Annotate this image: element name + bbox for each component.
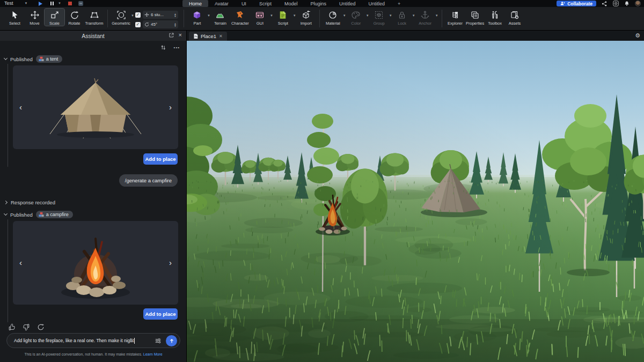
script-dropdown-icon[interactable]: ▼ <box>293 9 296 17</box>
asset-chip-tent[interactable]: a tent <box>36 55 63 63</box>
menu-tab-untitled-2[interactable]: Untitled <box>362 0 391 7</box>
script-button[interactable]: Script <box>273 9 293 26</box>
group-button: Group <box>369 9 389 26</box>
import-button[interactable]: Import <box>296 9 316 26</box>
assets-button[interactable]: Assets <box>505 9 525 26</box>
3d-scene[interactable] <box>187 41 644 362</box>
geometric-icon <box>116 10 126 20</box>
place-tab[interactable]: Place1 ✕ <box>189 32 227 41</box>
move-tool-button[interactable]: Move <box>25 9 45 26</box>
menu-tab-untitled-1[interactable]: Untitled <box>333 0 362 7</box>
lock-dropdown-icon: ▼ <box>412 9 415 17</box>
carousel-prev-button[interactable]: ‹ <box>19 258 22 267</box>
snap-move-checkbox[interactable]: ✓ <box>135 12 141 18</box>
gui-dropdown-icon[interactable]: ▼ <box>270 9 273 17</box>
rotate-tool-button[interactable]: Rotate <box>64 9 84 26</box>
send-button[interactable] <box>166 335 177 346</box>
snap-rotate-stepper[interactable]: ▲▼ <box>174 23 177 27</box>
place-document-icon <box>193 33 198 39</box>
popout-panel-icon[interactable] <box>169 32 174 38</box>
published-row-campfire[interactable]: Published a campfire <box>4 211 73 218</box>
template-gallery-icon[interactable] <box>612 1 619 7</box>
close-icon[interactable]: × <box>179 32 182 38</box>
lock-button: Lock <box>392 9 412 26</box>
chevron-right-icon <box>4 201 8 204</box>
geometric-mode-button[interactable]: Geometric <box>111 9 131 26</box>
toolbar-ribbon: Select Move Scale Rotate Transform Geome… <box>0 7 644 31</box>
properties-button[interactable]: Properties <box>465 9 485 26</box>
character-button[interactable]: Character <box>230 9 250 26</box>
gui-button[interactable]: GUI <box>250 9 270 26</box>
carousel-prev-button[interactable]: ‹ <box>19 102 22 112</box>
material-sphere-icon <box>328 10 338 20</box>
asset-chip-campfire[interactable]: a campfire <box>36 211 73 218</box>
character-icon <box>235 10 245 20</box>
add-to-place-button-tent[interactable]: Add to place <box>143 153 178 165</box>
toolbox-button[interactable]: Toolbox <box>485 9 505 26</box>
pause-button[interactable] <box>50 2 54 5</box>
gui-window-icon <box>255 10 265 20</box>
script-file-icon <box>278 10 288 20</box>
close-tab-icon[interactable]: ✕ <box>219 34 223 39</box>
chevron-down-icon: ▼ <box>25 2 28 5</box>
color-dropdown-icon: ▼ <box>366 9 369 17</box>
notifications-bell-icon[interactable] <box>624 1 630 7</box>
assistant-title: Assistant <box>82 33 105 39</box>
transform-tool-button[interactable]: Transform <box>84 9 104 26</box>
add-to-place-button-campfire[interactable]: Add to place <box>143 308 178 320</box>
rotate-icon <box>70 10 79 20</box>
menu-tab-plugins[interactable]: Plugins <box>304 0 333 7</box>
select-tool-button[interactable]: Select <box>5 9 25 26</box>
carousel-next-button[interactable]: › <box>169 258 172 267</box>
assistant-input[interactable]: Add light to the fireplace, like a real … <box>6 333 180 348</box>
snap-rotate-field[interactable]: 45° ▲▼ <box>143 20 178 28</box>
collaborate-label: Collaborate <box>567 1 592 6</box>
campfire-preview-card: ‹ › <box>13 221 178 305</box>
scale-tool-button[interactable]: Scale <box>45 9 64 26</box>
history-sort-icon[interactable] <box>160 44 166 51</box>
menu-tab-ui[interactable]: UI <box>235 0 253 7</box>
person-plus-icon <box>560 1 565 6</box>
toolbox-tools-icon <box>490 10 500 20</box>
menu-tab-add[interactable]: + <box>391 0 407 7</box>
terrain-button[interactable]: Terrain <box>210 9 230 26</box>
test-mode-dropdown[interactable]: Test ▼ <box>4 1 27 6</box>
explorer-button[interactable]: Explorer <box>445 9 465 26</box>
pause-dropdown-icon[interactable]: ▼ <box>58 2 61 5</box>
viewport-tab-bar: Place1 ✕ ⚙ <box>187 31 644 41</box>
thumbs-down-icon[interactable] <box>23 323 30 331</box>
snap-rotate-checkbox[interactable]: ✓ <box>135 22 141 27</box>
menu-tab-model[interactable]: Model <box>278 0 304 7</box>
menu-tab-script[interactable]: Script <box>253 0 278 7</box>
viewport-settings-gear-icon[interactable]: ⚙ <box>635 32 640 40</box>
menu-tab-home[interactable]: Home <box>182 0 208 7</box>
stop-button[interactable] <box>68 2 72 5</box>
collaborate-button[interactable]: Collaborate <box>557 1 596 6</box>
tent-preview-card: ‹ › <box>13 65 178 149</box>
scale-icon <box>50 10 60 20</box>
properties-icon <box>470 10 480 20</box>
part-button[interactable]: Part <box>187 9 207 26</box>
move-snap-icon <box>144 12 149 17</box>
published-row-tent[interactable]: Published a tent <box>4 55 62 63</box>
snap-move-stepper[interactable]: ▲▼ <box>174 13 177 17</box>
user-avatar[interactable] <box>635 1 641 6</box>
carousel-next-button[interactable]: › <box>169 102 172 112</box>
response-recorded-row[interactable]: Response recorded <box>4 200 55 205</box>
material-dropdown-icon[interactable]: ▼ <box>343 9 346 17</box>
tune-sliders-icon[interactable] <box>155 337 162 344</box>
play-button[interactable] <box>39 2 42 6</box>
user-message-bubble: /generate a campfire <box>119 174 178 187</box>
menu-tab-avatar[interactable]: Avatar <box>208 0 235 7</box>
ibeam-mouse-pointer: ⌶ <box>130 337 133 344</box>
material-button[interactable]: Material <box>323 9 343 26</box>
learn-more-link[interactable]: Learn More <box>143 352 163 356</box>
regenerate-icon[interactable] <box>37 323 45 331</box>
text-cursor <box>134 338 135 344</box>
share-icon[interactable] <box>601 1 608 7</box>
thumbs-up-icon[interactable] <box>8 323 16 331</box>
snap-move-field[interactable]: 6 stu... ▲▼ <box>143 11 178 19</box>
more-options-icon[interactable]: ••• <box>174 45 180 50</box>
assistant-header: Assistant × <box>0 31 186 41</box>
tent-preview-image <box>39 76 152 141</box>
